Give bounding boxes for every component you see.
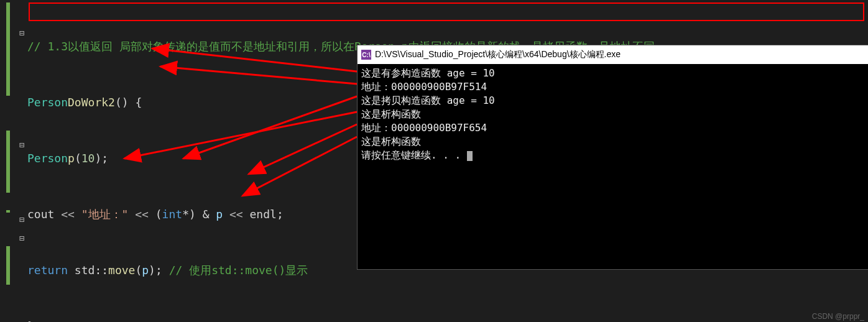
console-app-icon: C:\	[361, 50, 371, 60]
fold-toggle[interactable]: ⊟	[17, 24, 26, 42]
fold-toggle[interactable]: ⊟	[17, 229, 26, 247]
gutter-marker	[6, 2, 10, 96]
code-line[interactable]: }	[27, 317, 655, 322]
watermark: CSDN @prppr_	[812, 312, 864, 321]
console-title: D:\VS\Visual_Studio_Project\核心编程\x64\Deb…	[375, 49, 621, 60]
gutter-marker	[6, 246, 10, 285]
fold-toggle[interactable]: ⊟	[17, 210, 26, 229]
gutter-marker	[6, 210, 10, 213]
console-titlebar[interactable]: C:\ D:\VS\Visual_Studio_Project\核心编程\x64…	[358, 45, 868, 64]
gutter-marker	[6, 131, 10, 193]
console-output: 这是有参构造函数 age = 10 地址：000000900B97F514 这是…	[358, 64, 868, 165]
console-cursor	[467, 151, 473, 161]
fold-toggle[interactable]: ⊟	[17, 136, 26, 154]
console-window[interactable]: C:\ D:\VS\Visual_Studio_Project\核心编程\x64…	[357, 45, 868, 270]
